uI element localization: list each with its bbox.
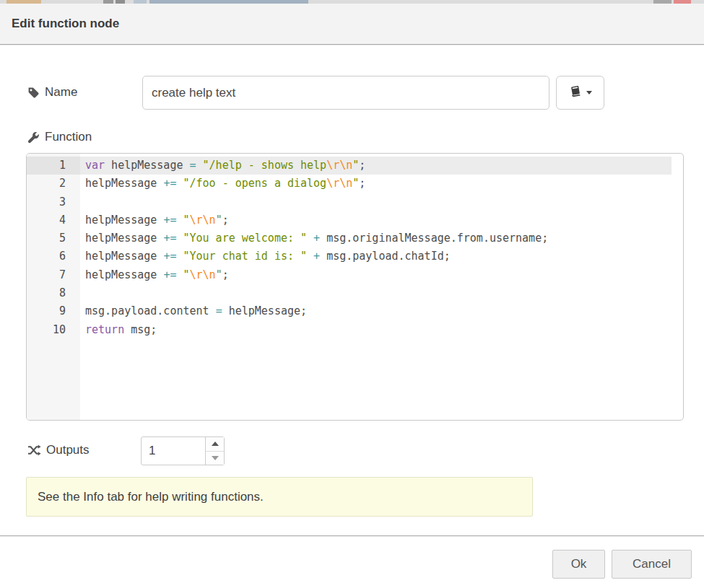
dialog-title: Edit function node [12,17,119,31]
code-line: msg.payload.content = helpMessage; [80,302,683,320]
outputs-label-text: Outputs [46,443,90,457]
code-line: helpMessage += "Your chat id is: " + msg… [80,247,683,266]
gutter-line-number: 1 [27,157,80,175]
ok-button[interactable]: Ok [552,550,605,579]
footer-divider [0,535,704,536]
function-label-text: Function [45,130,92,144]
gutter-line-number: 2 [27,175,80,193]
gutter-line-number: 6 [27,247,80,266]
gutter-line-number: 10 [27,321,80,339]
code-line: helpMessage += "\r\n"; [80,266,683,284]
code-line [80,193,683,211]
chevron-down-icon [586,91,592,95]
editor-code: var helpMessage = "/help - shows help\r\… [80,154,683,420]
code-line [80,284,683,302]
function-label: Function [27,130,92,144]
info-tip: See the Info tab for help writing functi… [26,477,533,517]
name-label: Name [27,85,77,100]
triangle-up-icon [212,442,219,446]
code-line: helpMessage += "You are welcome: " + msg… [80,229,683,247]
spinner-up-button[interactable] [206,437,224,452]
outputs-input[interactable] [142,437,205,465]
gutter-line-number: 5 [27,229,80,247]
outputs-label: Outputs [27,443,90,457]
gutter-line-number: 7 [27,266,80,284]
code-line: helpMessage += "/foo - opens a dialog\r\… [80,175,683,193]
library-button[interactable] [556,76,604,110]
tag-icon [27,87,40,99]
editor-gutter: 12345678910 [27,154,80,420]
outputs-spinner [141,436,225,465]
spinner-buttons [205,437,224,465]
gutter-line-number: 4 [27,211,80,229]
triangle-down-icon [212,456,219,460]
code-line: var helpMessage = "/help - shows help\r\… [80,157,683,175]
spinner-down-button[interactable] [206,452,224,465]
gutter-line-number: 9 [27,302,80,320]
name-label-text: Name [45,85,77,100]
gutter-line-number: 3 [27,193,80,211]
book-icon [569,85,582,100]
shuffle-icon [27,444,41,456]
code-editor[interactable]: 12345678910 var helpMessage = "/help - s… [26,153,684,421]
name-input[interactable] [142,76,549,110]
code-line: return msg; [80,321,683,339]
wrench-icon [27,131,40,144]
cancel-button[interactable]: Cancel [612,550,692,579]
code-line: helpMessage += "\r\n"; [80,211,683,229]
dialog-titlebar: Edit function node [0,4,704,45]
gutter-line-number: 8 [27,284,80,302]
info-tip-text: See the Info tab for help writing functi… [38,490,264,504]
